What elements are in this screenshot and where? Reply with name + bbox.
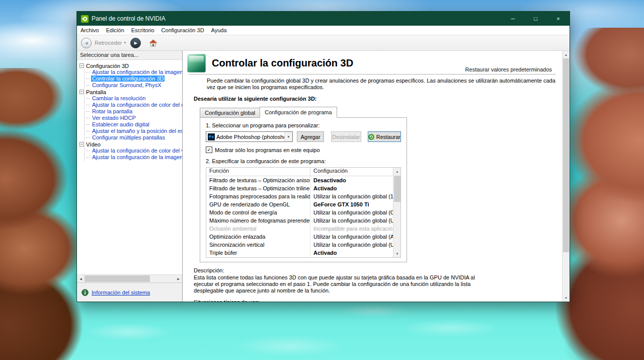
tree-item-color-video[interactable]: Ajustar la configuración de color del ví…: [86, 148, 182, 154]
tree-item-configurar-surround-physx[interactable]: Configurar Surround, PhysX: [86, 82, 182, 89]
page-header: Controlar la configuración 3D Restaurar …: [183, 51, 562, 73]
settings-prompt: Desearía utilizar la siguiente configura…: [194, 96, 562, 102]
scrollbar-thumb[interactable]: [85, 275, 150, 282]
maximize-button[interactable]: □: [524, 12, 547, 26]
page-title: Controlar la configuración 3D: [212, 57, 353, 69]
column-header-funcion[interactable]: Función: [206, 168, 310, 176]
tree-item-imagen-video[interactable]: Ajustar la configuración de la imagen de…: [86, 154, 182, 161]
close-button[interactable]: ×: [547, 12, 570, 26]
description-text: Esta lista contiene todas las funciones …: [194, 274, 496, 294]
table-row[interactable]: Fotogramas preprocesados para la realida…: [206, 192, 393, 200]
nvidia-logo-icon: [81, 15, 89, 23]
usage-scenarios-label: Situaciones típicas de uso:: [194, 299, 562, 302]
collapse-icon[interactable]: −: [79, 90, 84, 94]
scroll-up-icon[interactable]: ▲: [393, 168, 401, 175]
description-label: Descripción:: [194, 267, 562, 274]
main-pane: Controlar la configuración 3D Restaurar …: [183, 51, 570, 302]
scroll-down-icon[interactable]: ▼: [393, 250, 401, 257]
show-programs-checkbox[interactable]: ✓: [206, 147, 212, 153]
main-vertical-scrollbar[interactable]: ▲ ▼: [562, 51, 570, 302]
sidebar-header: Seleccionar una tarea...: [77, 51, 182, 60]
tree-group-configuracion-3d: Ajustar la configuración de la imagen co…: [84, 69, 182, 89]
window-content: Seleccionar una tarea... − Configuración…: [77, 51, 570, 302]
scrollbar-thumb[interactable]: [563, 58, 569, 252]
tree-item-pantalla[interactable]: − Pantalla: [79, 89, 182, 95]
sidebar-horizontal-scrollbar[interactable]: ◀ ▶: [77, 274, 182, 282]
tree-item-ver-estado-hdcp[interactable]: Ver estado HDCP: [86, 115, 182, 121]
menu-escritorio[interactable]: Escritorio: [128, 26, 158, 35]
tree-item-controlar-configuracion-3d[interactable]: Controlar la configuración 3D: [86, 76, 182, 82]
nvidia-control-panel-window: Panel de control de NVIDIA ─ □ × Archivo…: [76, 11, 570, 302]
table-row[interactable]: Filtrado de texturas – Optimización anis…: [206, 176, 393, 184]
scroll-right-icon[interactable]: ▶: [175, 275, 182, 282]
restore-defaults-link[interactable]: Restaurar valores predeterminados: [465, 66, 552, 73]
table-header: Función Configuración: [206, 168, 393, 176]
minimize-button[interactable]: ─: [502, 12, 524, 26]
tree-item-configuracion-3d[interactable]: − Configuración 3D: [79, 62, 182, 69]
restore-icon: [368, 134, 374, 140]
scroll-up-icon[interactable]: ▲: [562, 51, 570, 58]
sidebar-footer: Información del sistema: [77, 282, 182, 302]
tree-group-video: Ajustar la configuración de color del ví…: [84, 148, 182, 161]
table-row[interactable]: Modo de control de energía Utilizar la c…: [206, 208, 393, 217]
step2-label: 2. Especificar la configuración de este …: [206, 158, 401, 164]
menu-archivo[interactable]: Archivo: [77, 26, 103, 35]
menu-edicion[interactable]: Edición: [103, 26, 128, 35]
program-select-value: Adobe Photoshop (photoshop...: [216, 134, 284, 140]
main-content: Controlar la configuración 3D Restaurar …: [183, 51, 562, 302]
column-header-configuracion[interactable]: Configuración: [310, 168, 393, 176]
tree-item-cambiar-resolucion[interactable]: Cambiar la resolución: [86, 95, 182, 102]
tree-item-ajustar-imagen[interactable]: Ajustar la configuración de la imagen co…: [86, 69, 182, 76]
menu-configuracion-3d[interactable]: Configuración 3D: [158, 26, 208, 35]
titlebar[interactable]: Panel de control de NVIDIA ─ □ ×: [77, 12, 570, 26]
restore-button[interactable]: Restaurar: [368, 131, 401, 142]
home-button[interactable]: [147, 37, 159, 49]
uninstall-button[interactable]: Desinstalar: [331, 131, 361, 142]
table-row[interactable]: Sincronización vertical Utilizar la conf…: [206, 241, 393, 249]
add-button[interactable]: Agregar: [297, 131, 324, 142]
scroll-left-icon[interactable]: ◀: [77, 275, 85, 282]
restore-button-label: Restaurar: [376, 134, 400, 140]
tree-group-pantalla: Cambiar la resolución Ajustar la configu…: [84, 95, 182, 141]
step1-label: 1. Seleccionar un programa para personal…: [206, 122, 401, 128]
tab-configuracion-de-programa[interactable]: Configuración de programa: [260, 107, 337, 118]
tree-item-color-escritorio[interactable]: Ajustar la configuración de color del es…: [86, 102, 182, 108]
back-button-label: Retroceder: [95, 40, 122, 46]
collapse-icon[interactable]: −: [79, 142, 84, 147]
task-tree: − Configuración 3D Ajustar la configurac…: [77, 60, 182, 274]
table-row[interactable]: Filtrado de texturas – Optimización tril…: [206, 184, 393, 192]
description-block: Descripción: Esta lista contiene todas l…: [194, 267, 562, 294]
forward-button[interactable]: ▶: [130, 38, 141, 48]
tree-item-audio-digital[interactable]: Establecer audio digital: [86, 121, 182, 128]
back-button[interactable]: ◀: [81, 38, 92, 48]
tree-item-multiples-pantallas[interactable]: Configurar múltiples pantallas: [86, 134, 182, 141]
back-icon: ◀: [85, 41, 88, 45]
tab-configuracion-global[interactable]: Configuración global: [200, 108, 260, 118]
table-row[interactable]: GPU de renderizado de OpenGL GeForce GTX…: [206, 200, 393, 208]
program-select[interactable]: Ps Adobe Photoshop (photoshop... ▼: [206, 131, 293, 142]
sidebar: Seleccionar una tarea... − Configuración…: [77, 51, 183, 302]
program-settings-panel: 1. Seleccionar un programa para personal…: [200, 117, 407, 262]
scroll-down-icon[interactable]: ▼: [562, 294, 570, 302]
tree-item-video[interactable]: − Vídeo: [79, 141, 182, 148]
scrollbar-thumb[interactable]: [394, 176, 400, 202]
tree-item-rotar-pantalla[interactable]: Rotar la pantalla: [86, 108, 182, 115]
table-scrollbar[interactable]: ▲ ▼: [393, 168, 400, 257]
system-info-icon: [82, 289, 89, 296]
history-dropdown-icon[interactable]: ▼: [123, 41, 126, 44]
scrollbar-track[interactable]: [85, 275, 175, 282]
menu-ayuda[interactable]: Ayuda: [208, 26, 230, 35]
desktop-wallpaper: Panel de control de NVIDIA ─ □ × Archivo…: [0, 0, 644, 360]
collapse-icon[interactable]: −: [79, 63, 84, 68]
photoshop-icon: Ps: [208, 133, 215, 140]
chevron-down-icon[interactable]: ▼: [284, 132, 292, 141]
table-row[interactable]: Optimización enlazada Utilizar la config…: [206, 233, 393, 241]
system-info-link[interactable]: Información del sistema: [92, 290, 150, 296]
menubar: Archivo Edición Escritorio Configuración…: [77, 26, 570, 35]
table-row[interactable]: Máximo número de fotogramas prerenderi..…: [206, 217, 393, 225]
table-row: Oclusión ambiental Incompatible para est…: [206, 225, 393, 233]
program-row: Ps Adobe Photoshop (photoshop... ▼ Agreg…: [206, 131, 401, 142]
tree-item-tamano-posicion[interactable]: Ajustar el tamaño y la posición del escr…: [86, 128, 182, 134]
table-row[interactable]: Triple búfer Activado: [206, 249, 393, 257]
home-icon: [149, 39, 157, 47]
